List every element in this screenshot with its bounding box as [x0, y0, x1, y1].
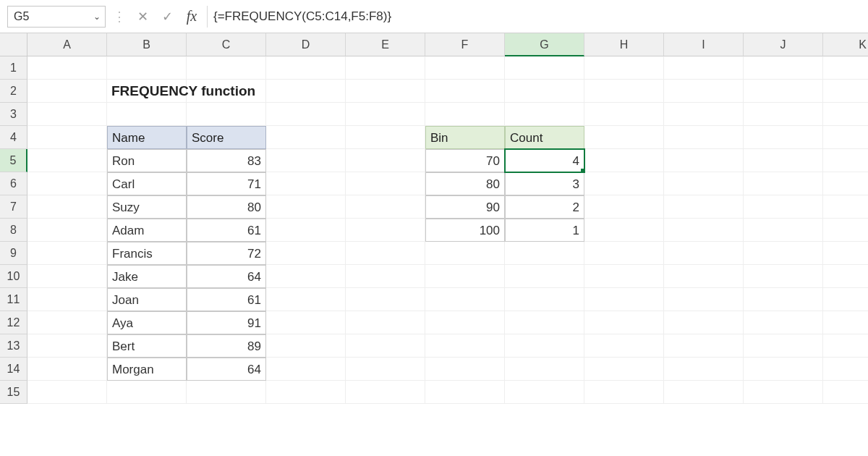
cell-D5[interactable] — [266, 149, 346, 172]
cell-H6[interactable] — [584, 172, 664, 195]
cell-K15[interactable] — [823, 381, 868, 404]
table1-score-cell[interactable]: 61 — [187, 288, 266, 311]
column-header-E[interactable]: E — [346, 33, 425, 56]
cell-I4[interactable] — [664, 126, 744, 149]
cell-I12[interactable] — [664, 311, 744, 334]
cell-G2[interactable] — [505, 80, 584, 103]
cell-J8[interactable] — [744, 219, 823, 242]
column-header-J[interactable]: J — [744, 33, 823, 56]
cell-G9[interactable] — [505, 242, 584, 265]
cell-E3[interactable] — [346, 103, 425, 126]
cell-E15[interactable] — [346, 381, 425, 404]
cell-I9[interactable] — [664, 242, 744, 265]
table1-score-cell[interactable]: 71 — [187, 172, 266, 195]
cell-I15[interactable] — [664, 381, 744, 404]
row-header-15[interactable]: 15 — [0, 381, 27, 404]
cell-D10[interactable] — [266, 265, 346, 288]
cell-I5[interactable] — [664, 149, 744, 172]
cell-G13[interactable] — [505, 334, 584, 358]
cell-D8[interactable] — [266, 219, 346, 242]
table1-name-cell[interactable]: Bert — [107, 334, 187, 358]
row-header-8[interactable]: 8 — [0, 219, 27, 242]
formula-input[interactable] — [207, 6, 861, 28]
table1-score-cell[interactable]: 91 — [187, 311, 266, 334]
cell-J1[interactable] — [744, 56, 823, 80]
row-header-6[interactable]: 6 — [0, 172, 27, 195]
table2-bin-cell[interactable]: 100 — [425, 219, 505, 242]
table1-name-cell[interactable]: Morgan — [107, 358, 187, 381]
cell-H1[interactable] — [584, 56, 664, 80]
cell-J10[interactable] — [744, 265, 823, 288]
table2-bin-cell[interactable]: 90 — [425, 195, 505, 219]
cell-F12[interactable] — [425, 311, 505, 334]
cell-G10[interactable] — [505, 265, 584, 288]
cell-D11[interactable] — [266, 288, 346, 311]
cell-E10[interactable] — [346, 265, 425, 288]
cell-I6[interactable] — [664, 172, 744, 195]
confirm-icon[interactable]: ✓ — [158, 7, 176, 26]
row-header-9[interactable]: 9 — [0, 242, 27, 265]
cell-B1[interactable] — [107, 56, 187, 80]
cell-E9[interactable] — [346, 242, 425, 265]
cell-I13[interactable] — [664, 334, 744, 358]
column-header-F[interactable]: F — [425, 33, 505, 56]
cell-A6[interactable] — [27, 172, 107, 195]
column-header-H[interactable]: H — [584, 33, 664, 56]
cell-K7[interactable] — [823, 195, 868, 219]
cell-J14[interactable] — [744, 358, 823, 381]
row-header-1[interactable]: 1 — [0, 56, 27, 80]
cell-A1[interactable] — [27, 56, 107, 80]
cell-K11[interactable] — [823, 288, 868, 311]
cell-B15[interactable] — [107, 381, 187, 404]
row-header-2[interactable]: 2 — [0, 80, 27, 103]
cell-A2[interactable] — [27, 80, 107, 103]
cell-A3[interactable] — [27, 103, 107, 126]
cell-A10[interactable] — [27, 265, 107, 288]
column-header-G[interactable]: G — [505, 33, 584, 56]
row-header-5[interactable]: 5 — [0, 149, 27, 172]
cell-J3[interactable] — [744, 103, 823, 126]
table1-score-cell[interactable]: 72 — [187, 242, 266, 265]
cell-H3[interactable] — [584, 103, 664, 126]
cell-A7[interactable] — [27, 195, 107, 219]
table2-count-cell[interactable]: 2 — [505, 195, 584, 219]
row-header-7[interactable]: 7 — [0, 195, 27, 219]
cell-D3[interactable] — [266, 103, 346, 126]
select-all-corner[interactable] — [0, 33, 27, 56]
table1-name-cell[interactable]: Suzy — [107, 195, 187, 219]
table1-name-cell[interactable]: Ron — [107, 149, 187, 172]
cell-J4[interactable] — [744, 126, 823, 149]
cell-K9[interactable] — [823, 242, 868, 265]
cell-A15[interactable] — [27, 381, 107, 404]
cell-D4[interactable] — [266, 126, 346, 149]
cell-F2[interactable] — [425, 80, 505, 103]
cell-F9[interactable] — [425, 242, 505, 265]
table2-count-cell[interactable]: 3 — [505, 172, 584, 195]
cell-K13[interactable] — [823, 334, 868, 358]
cell-I8[interactable] — [664, 219, 744, 242]
cell-A12[interactable] — [27, 311, 107, 334]
cell-A4[interactable] — [27, 126, 107, 149]
cell-E1[interactable] — [346, 56, 425, 80]
cell-D2[interactable] — [266, 80, 346, 103]
cell-C3[interactable] — [187, 103, 266, 126]
cell-H4[interactable] — [584, 126, 664, 149]
cell-J2[interactable] — [744, 80, 823, 103]
cell-J9[interactable] — [744, 242, 823, 265]
cell-E14[interactable] — [346, 358, 425, 381]
cell-H2[interactable] — [584, 80, 664, 103]
table1-name-cell[interactable]: Carl — [107, 172, 187, 195]
cell-A11[interactable] — [27, 288, 107, 311]
table1-score-cell[interactable]: 89 — [187, 334, 266, 358]
cell-J6[interactable] — [744, 172, 823, 195]
cell-K8[interactable] — [823, 219, 868, 242]
cell-I1[interactable] — [664, 56, 744, 80]
cell-E13[interactable] — [346, 334, 425, 358]
cell-D9[interactable] — [266, 242, 346, 265]
cell-F15[interactable] — [425, 381, 505, 404]
table1-score-cell[interactable]: 83 — [187, 149, 266, 172]
cell-G11[interactable] — [505, 288, 584, 311]
cell-K14[interactable] — [823, 358, 868, 381]
cell-G15[interactable] — [505, 381, 584, 404]
cell-J11[interactable] — [744, 288, 823, 311]
